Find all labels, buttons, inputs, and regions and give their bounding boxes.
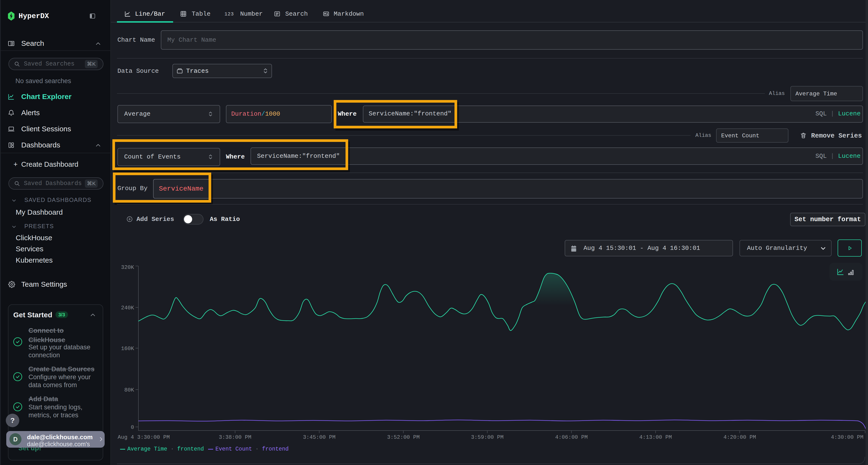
svg-text:3:52:00 PM: 3:52:00 PM: [387, 434, 420, 440]
svg-text:4:20:00 PM: 4:20:00 PM: [723, 434, 756, 440]
svg-text:320K: 320K: [121, 264, 134, 271]
svg-text:Aug 4 3:30:00 PM: Aug 4 3:30:00 PM: [118, 434, 170, 440]
svg-text:4:06:00 PM: 4:06:00 PM: [555, 434, 588, 440]
svg-text:80K: 80K: [124, 387, 134, 393]
svg-text:160K: 160K: [121, 345, 134, 352]
svg-text:0: 0: [131, 424, 134, 431]
svg-text:3:45:00 PM: 3:45:00 PM: [303, 434, 335, 440]
svg-text:3:59:00 PM: 3:59:00 PM: [471, 434, 503, 440]
svg-text:3:38:00 PM: 3:38:00 PM: [219, 434, 251, 440]
svg-text:4:30:00 PM: 4:30:00 PM: [831, 434, 863, 440]
svg-text:240K: 240K: [121, 305, 134, 311]
svg-text:4:13:00 PM: 4:13:00 PM: [639, 434, 672, 440]
